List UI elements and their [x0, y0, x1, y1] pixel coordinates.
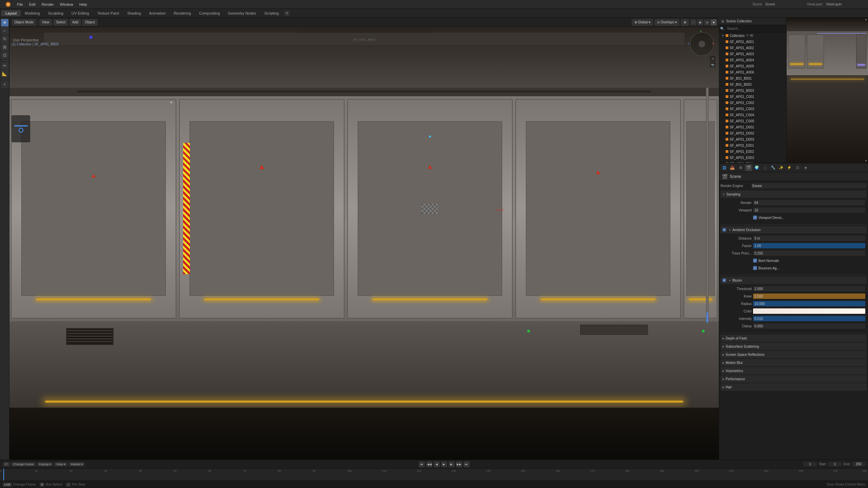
outliner-item-2[interactable]: SF_AP01_A003	[719, 51, 786, 57]
tab-texture-paint[interactable]: Texture Paint	[93, 10, 123, 16]
outliner-item-19[interactable]: SF_AP01_E003	[719, 155, 786, 161]
bloom-threshold-value[interactable]: 2.000	[753, 286, 865, 291]
props-tab-view-layer[interactable]: ⊞	[737, 164, 744, 171]
next-keyframe-btn[interactable]: ▶▶	[456, 461, 462, 467]
tab-animation[interactable]: Animation	[145, 10, 170, 16]
outliner-item-8[interactable]: SF_AP01_B003	[719, 87, 786, 94]
tool-scale[interactable]: ⊞	[1, 43, 8, 51]
render-layer-selector[interactable]: ViewLayer	[825, 1, 865, 7]
props-tab-physics[interactable]: ⚡	[786, 164, 793, 171]
outliner-item-3[interactable]: SF_AP01_A004	[719, 57, 786, 63]
solid-btn[interactable]: ◉	[697, 19, 703, 25]
timeline-mode-btn[interactable]: ⏱	[3, 462, 10, 466]
outliner-item-17[interactable]: SF_AP01_E001	[719, 142, 786, 148]
props-tab-output[interactable]: 📤	[729, 164, 736, 171]
playback-to-start-btn[interactable]: ⏮	[419, 461, 425, 467]
tool-rotate[interactable]: ↻	[1, 35, 8, 43]
menu-edit[interactable]: Edit	[26, 2, 38, 7]
props-tab-scene[interactable]: 🎬	[745, 164, 752, 171]
outliner-item-10[interactable]: SF_AP01_C002	[719, 100, 786, 106]
start-frame-input[interactable]: 1	[828, 462, 842, 466]
end-frame-input[interactable]: 250	[852, 462, 865, 466]
ssr-toggle[interactable]: Screen Space Reflections	[721, 351, 867, 358]
rendered-btn[interactable]: ●	[711, 19, 717, 25]
play-btn[interactable]: ▶	[441, 461, 447, 467]
viewport-area[interactable]: Object Mode View Select Add Object ⊕ Glo…	[9, 18, 719, 460]
tab-geometry-nodes[interactable]: Geometry Nodes	[224, 10, 260, 16]
tool-transform[interactable]: ⊡	[1, 52, 8, 59]
props-tab-render[interactable]: 🖼	[721, 164, 728, 171]
sampling-toggle[interactable]: Sampling	[721, 190, 867, 198]
outliner-item-7[interactable]: SF_B01_B002	[719, 81, 786, 87]
render-visibility-icon[interactable]: 📷	[750, 34, 753, 37]
ao-bent-normals-checkbox[interactable]: ✓ Bent Normals	[753, 259, 779, 263]
3d-viewport-scene[interactable]: CFHC2	[9, 27, 719, 460]
menu-window[interactable]: Window	[57, 2, 76, 7]
tool-add[interactable]: +	[1, 81, 8, 88]
outliner-item-12[interactable]: SF_AP01_C004	[719, 112, 786, 118]
scene-selector[interactable]: Scene	[764, 1, 805, 7]
bloom-radius-value[interactable]: 10.000	[753, 301, 865, 306]
hair-toggle[interactable]: Hair	[721, 383, 867, 391]
persp-ortho-btn[interactable]: ⊡	[710, 56, 715, 61]
marker-btn[interactable]: Marker ▾	[69, 462, 85, 466]
outliner-item-16[interactable]: SF_AP01_D003	[719, 136, 786, 142]
object-mode-btn[interactable]: Object Mode	[12, 19, 36, 26]
timeline-track[interactable]: 0 10 20 30 40 50 60 70 80 90 100 110 120…	[0, 469, 868, 481]
ao-factor-value[interactable]: 1.00	[753, 243, 865, 248]
bloom-toggle[interactable]: ✓ Bloom	[721, 277, 867, 284]
tool-annotate[interactable]: ✏	[1, 62, 8, 69]
vol-toggle[interactable]: Volumetrics	[721, 367, 867, 374]
menu-blender[interactable]	[3, 1, 14, 8]
props-tab-modifier[interactable]: 🔧	[769, 164, 777, 171]
mb-toggle[interactable]: Motion Blur	[721, 359, 867, 366]
outliner-item-0[interactable]: SF_AP01_A001	[719, 39, 786, 45]
tab-rendering[interactable]: Rendering	[170, 10, 195, 16]
tool-move[interactable]: ↔	[1, 27, 8, 35]
menu-render[interactable]: Render	[39, 2, 57, 7]
bloom-enabled-checkbox[interactable]: ✓	[723, 279, 726, 282]
outliner-item-13[interactable]: SF_AP01_C005	[719, 118, 786, 124]
gizmo-btn[interactable]: ⊕	[681, 19, 689, 26]
playback-to-end-btn[interactable]: ⏭	[463, 461, 470, 467]
keying-btn[interactable]: Keying ▾	[37, 462, 53, 466]
viewport-denoising-checkbox[interactable]: ✓ Viewport Denoi...	[753, 216, 784, 220]
outliner-item-1[interactable]: SF_AP01_A002	[719, 45, 786, 51]
tab-sculpting[interactable]: Sculpting	[44, 10, 67, 16]
sss-toggle[interactable]: Subsurface Scattering	[721, 343, 867, 350]
outliner-item-15[interactable]: SF_AP01_D002	[719, 130, 786, 136]
tab-scripting[interactable]: Scripting	[260, 10, 283, 16]
add-menu-btn[interactable]: Add	[70, 19, 81, 26]
render-samples-value[interactable]: 64	[753, 200, 865, 205]
tab-layout[interactable]: Layout	[1, 10, 21, 16]
prev-keyframe-btn[interactable]: ◀◀	[426, 461, 432, 467]
outliner-search-input[interactable]	[726, 26, 785, 31]
tab-compositing[interactable]: Compositing	[195, 10, 224, 16]
bloom-intensity-value[interactable]: 0.010	[753, 316, 865, 321]
props-tab-particles[interactable]: ✨	[777, 164, 785, 171]
props-tab-material[interactable]: ◈	[802, 164, 809, 171]
ao-distance-value[interactable]: 5 m	[753, 236, 865, 241]
material-btn[interactable]: ◈	[704, 19, 710, 25]
select-menu-btn[interactable]: Select	[53, 19, 68, 26]
prev-frame-btn[interactable]: ◀	[434, 461, 440, 467]
perf-toggle[interactable]: Performance	[721, 375, 867, 383]
bloom-color-swatch[interactable]	[753, 308, 865, 314]
render-engine-value[interactable]: Eevee	[751, 183, 867, 188]
add-workspace-btn[interactable]: +	[284, 11, 290, 16]
navigation-gizmo[interactable]: X Y Z ⊡ 📷	[688, 30, 715, 58]
mini-viewport[interactable]	[787, 18, 868, 163]
viewport-samples-value[interactable]: 16	[753, 207, 865, 213]
outliner-item-14[interactable]: SF_AP01_D001	[719, 124, 786, 130]
outliner-item-9[interactable]: SF_AP01_C001	[719, 94, 786, 100]
camera-view-btn[interactable]: 📷	[710, 62, 715, 67]
next-frame-btn[interactable]: ▶	[449, 461, 455, 467]
tool-cursor[interactable]: ✛	[1, 19, 8, 26]
ao-bounces-checkbox[interactable]: ✓ Bounces Ag...	[753, 266, 780, 270]
view-timeline-btn[interactable]: View ▾	[54, 462, 67, 466]
playback-btn[interactable]: Change Frame	[11, 462, 36, 466]
tab-modeling[interactable]: Modeling	[21, 10, 44, 16]
overlay-btn[interactable]: ⊙ Overlays ▾	[654, 19, 679, 26]
view-menu-btn[interactable]: View	[39, 19, 52, 26]
bloom-clamp-value[interactable]: 0.000	[753, 323, 865, 329]
